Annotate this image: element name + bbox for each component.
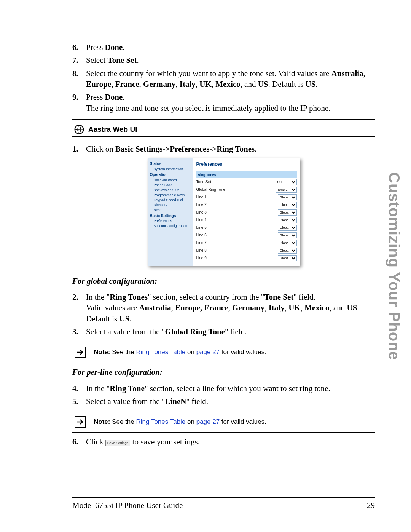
subheading-global: For global configuration: [72, 276, 375, 286]
ring-tones-table-link[interactable]: Ring Tones Table [136, 348, 186, 356]
row-select[interactable]: Global [278, 255, 297, 261]
step-text: In the "Ring Tones" section, select a co… [86, 292, 359, 323]
step-text: Press Done. The ring tone and tone set y… [86, 93, 330, 112]
sidebar-item[interactable]: Account Configuration [154, 224, 191, 228]
section-title: Aastra Web UI [88, 125, 137, 134]
pane-title: Preferences [196, 161, 297, 167]
step-text: Press Done. [86, 43, 125, 52]
row-label: Line 9 [196, 256, 207, 261]
step-number: 3. [72, 326, 78, 337]
row-label: Line 2 [196, 202, 207, 208]
screenshot-sidebar: StatusSystem InformationOperationUser Pa… [148, 158, 193, 265]
sidebar-item[interactable]: Keypad Speed Dial [154, 198, 191, 202]
sidebar-item[interactable]: Programmable Keys [154, 193, 191, 197]
row-select[interactable]: Global [278, 217, 297, 223]
row-label: Line 8 [196, 248, 207, 253]
row-label: Line 5 [196, 225, 207, 230]
step-number: 6. [72, 436, 78, 447]
settings-row: Tone SetUS [196, 178, 297, 186]
settings-row: Line 6Global [196, 232, 297, 239]
step-text: Click on Basic Settings->Preferences->Ri… [86, 144, 256, 153]
step-9: 9. Press Done. The ring tone and tone se… [72, 92, 375, 113]
step-number: 7. [72, 55, 78, 66]
sidebar-item[interactable]: Directory [154, 203, 191, 207]
screenshot-main: Preferences Ring Tones Tone SetUSGlobal … [193, 158, 300, 265]
step-number: 2. [72, 292, 78, 302]
settings-row: Line 8Global [196, 247, 297, 254]
note-block: Note: See the Ring Tones Table on page 2… [72, 341, 375, 363]
sidebar-category: Operation [150, 172, 191, 177]
arrow-right-icon [75, 347, 86, 358]
row-label: Line 4 [196, 217, 207, 223]
footer-divider [72, 497, 375, 498]
row-label: Global Ring Tone [196, 187, 226, 192]
step-2: 2. In the "Ring Tones" section, select a… [72, 292, 375, 324]
step-7: 7. Select Tone Set. [72, 55, 375, 66]
row-select[interactable]: US [276, 179, 297, 185]
step-text: Select the country for which you want to… [86, 69, 365, 89]
note-text: Note: See the Ring Tones Table on page 2… [94, 348, 266, 357]
sidebar-item[interactable]: Softkeys and XML [154, 188, 191, 192]
settings-row: Line 7Global [196, 239, 297, 247]
step-4: 4. In the "Ring Tone" section, select a … [72, 383, 375, 394]
row-select[interactable]: Global [278, 232, 297, 238]
sidebar-item[interactable]: Preferences [154, 219, 191, 223]
row-label: Tone Set [196, 179, 211, 185]
row-select[interactable]: Global [278, 240, 297, 246]
sidebar-category: Status [150, 161, 191, 166]
row-label: Line 3 [196, 210, 207, 215]
section-divider [72, 138, 375, 138]
step-text: In the "Ring Tone" section, select a lin… [86, 384, 330, 393]
page-27-link[interactable]: page 27 [196, 348, 220, 356]
step-number: 4. [72, 383, 78, 394]
row-select[interactable]: Global [278, 194, 297, 200]
note-block: Note: See the Ring Tones Table on page 2… [72, 411, 375, 433]
arrow-right-icon [75, 416, 86, 428]
sidebar-item[interactable]: System Information [154, 167, 191, 171]
section-divider [72, 121, 375, 121]
step-number: 1. [72, 144, 78, 154]
settings-row: Line 4Global [196, 216, 297, 224]
row-label: Line 1 [196, 195, 207, 200]
globe-icon [74, 124, 84, 135]
sidebar-item[interactable]: Phone Lock [154, 183, 191, 187]
save-settings-button-graphic: Save Settings [105, 440, 131, 446]
chapter-side-tab: Customizing Your Phone [384, 0, 405, 532]
row-label: Line 6 [196, 233, 207, 238]
step-number: 6. [72, 42, 78, 53]
step-3: 3. Select a value from the "Global Ring … [72, 326, 375, 337]
section-band: Ring Tones [196, 171, 297, 178]
sidebar-category: Basic Settings [150, 213, 191, 219]
ring-tones-table-link[interactable]: Ring Tones Table [136, 418, 186, 425]
settings-row: Line 1Global [196, 193, 297, 201]
sidebar-item[interactable]: Reset [154, 208, 191, 212]
settings-row: Line 3Global [196, 209, 297, 216]
row-label: Line 7 [196, 240, 207, 246]
settings-row: Global Ring ToneTone 2 [196, 186, 297, 193]
step-text: Select a value from the "Global Ring Ton… [86, 327, 247, 336]
step-text: Select a value from the "LineN" field. [86, 397, 208, 406]
row-select[interactable]: Tone 2 [276, 187, 297, 193]
step-6: 6. Press Done. [72, 42, 375, 53]
step-text: Click Save Settings to save your setting… [86, 437, 200, 446]
row-select[interactable]: Global [278, 209, 297, 216]
row-select[interactable]: Global [278, 248, 297, 254]
sidebar-item[interactable]: User Password [154, 178, 191, 182]
page-footer: Model 6755i IP Phone User Guide 29 [72, 500, 375, 511]
subheading-perline: For per-line configuration: [72, 367, 375, 377]
row-select[interactable]: Global [278, 202, 297, 208]
embedded-screenshot: StatusSystem InformationOperationUser Pa… [72, 158, 375, 265]
step-6-save: 6. Click Save Settings to save your sett… [72, 436, 375, 447]
settings-row: Line 5Global [196, 224, 297, 232]
step-text: Select Tone Set. [86, 56, 139, 65]
step-number: 8. [72, 68, 78, 79]
step-5: 5. Select a value from the "LineN" field… [72, 396, 375, 407]
step-number: 5. [72, 396, 78, 407]
footer-title: Model 6755i IP Phone User Guide [72, 500, 183, 511]
step-number: 9. [72, 92, 78, 102]
page-number: 29 [367, 500, 375, 511]
settings-row: Line 2Global [196, 201, 297, 209]
page-27-link[interactable]: page 27 [196, 418, 220, 425]
row-select[interactable]: Global [278, 225, 297, 231]
note-text: Note: See the Ring Tones Table on page 2… [94, 418, 266, 427]
